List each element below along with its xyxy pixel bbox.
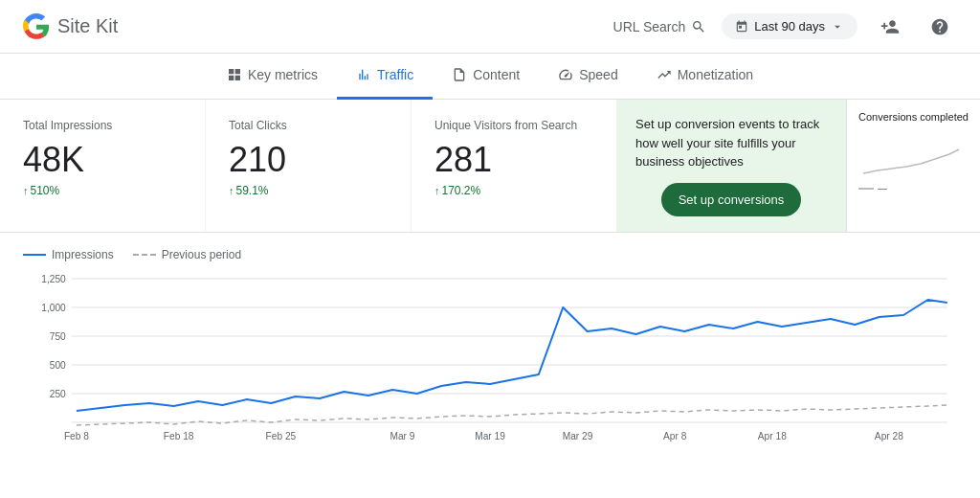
conversion-panel: Set up conversion events to track how we… (616, 100, 980, 232)
conversion-legend-label: — (878, 183, 887, 193)
chart-svg: 1,250 1,000 750 500 250 Feb 8 Feb 18 Feb… (23, 269, 957, 446)
svg-text:Mar 9: Mar 9 (390, 431, 415, 441)
tab-monetization[interactable]: Monetization (637, 54, 772, 100)
search-icon (691, 19, 706, 34)
legend-previous-label: Previous period (162, 248, 241, 261)
chart-section: Impressions Previous period 1,250 1,000 … (0, 233, 980, 454)
legend-impressions-line (23, 254, 46, 256)
main-chart: 1,250 1,000 750 500 250 Feb 8 Feb 18 Feb… (23, 269, 957, 446)
metric-visitors-change: 170.2% (434, 184, 593, 197)
nav-tabs: Key metrics Traffic Content Speed Moneti… (0, 54, 980, 100)
svg-text:Mar 19: Mar 19 (475, 431, 505, 441)
google-g-icon (23, 13, 50, 40)
metric-impressions-change: 510% (23, 184, 182, 197)
svg-text:Apr 28: Apr 28 (875, 431, 903, 441)
conversion-legend-line (858, 188, 874, 190)
set-up-conversions-button[interactable]: Set up conversions (661, 183, 802, 216)
metric-visitors-value: 281 (434, 140, 593, 180)
tab-monetization-label: Monetization (678, 67, 753, 82)
trending-up-icon (657, 67, 672, 82)
tab-speed-label: Speed (579, 67, 617, 82)
legend-impressions-label: Impressions (52, 248, 114, 261)
date-range-picker[interactable]: Last 90 days (722, 13, 858, 39)
tab-key-metrics[interactable]: Key metrics (208, 54, 337, 100)
metric-visitors-label: Unique Visitors from Search (434, 119, 593, 132)
legend-previous-line (133, 254, 156, 256)
date-range-label: Last 90 days (754, 19, 825, 34)
svg-text:Apr 8: Apr 8 (663, 431, 687, 441)
tab-speed[interactable]: Speed (539, 54, 636, 100)
help-icon (930, 17, 949, 36)
speed-icon (558, 67, 573, 82)
bar-chart-icon (356, 67, 371, 82)
document-icon (452, 67, 467, 82)
chart-legend: Impressions Previous period (23, 248, 957, 261)
conversion-cta-text: Set up conversion events to track how we… (635, 115, 827, 171)
grid-icon (227, 67, 242, 82)
svg-text:750: 750 (50, 331, 66, 342)
tab-key-metrics-label: Key metrics (248, 67, 318, 82)
conversion-cta: Set up conversion events to track how we… (616, 100, 846, 232)
metrics-section: Total Impressions 48K 510% Total Clicks … (0, 100, 980, 233)
tab-traffic[interactable]: Traffic (337, 54, 433, 100)
tab-traffic-label: Traffic (377, 67, 413, 82)
svg-text:250: 250 (50, 389, 66, 399)
header-actions: URL Search Last 90 days (613, 10, 957, 44)
svg-text:1,000: 1,000 (41, 303, 66, 313)
chevron-down-icon (831, 20, 844, 34)
metric-clicks-change: 59.1% (229, 184, 388, 197)
svg-text:Feb 18: Feb 18 (164, 431, 194, 441)
svg-text:Apr 18: Apr 18 (758, 431, 787, 441)
svg-text:Feb 8: Feb 8 (64, 431, 89, 441)
help-button[interactable] (923, 10, 957, 44)
metrics-cards: Total Impressions 48K 510% Total Clicks … (0, 100, 616, 232)
tab-content-label: Content (473, 67, 520, 82)
url-search-button[interactable]: URL Search (613, 19, 707, 34)
metric-clicks-label: Total Clicks (229, 119, 388, 132)
conversion-sparkline (858, 130, 964, 183)
tab-content[interactable]: Content (433, 54, 539, 100)
app-header: Site Kit URL Search Last 90 days (0, 0, 980, 54)
svg-text:500: 500 (50, 360, 66, 371)
calendar-icon (735, 20, 748, 34)
metric-total-clicks: Total Clicks 210 59.1% (206, 100, 412, 232)
app-title: Site Kit (57, 15, 118, 37)
add-user-button[interactable] (873, 10, 907, 44)
conversion-mini-chart: Conversions completed — (846, 100, 980, 232)
metric-clicks-value: 210 (229, 140, 388, 180)
metric-unique-visitors: Unique Visitors from Search 281 170.2% (412, 100, 616, 232)
conversion-legend: — (858, 183, 969, 193)
legend-previous: Previous period (133, 248, 241, 261)
person-add-icon (880, 17, 900, 36)
metric-total-impressions: Total Impressions 48K 510% (0, 100, 206, 232)
conversion-mini-title: Conversions completed (858, 111, 969, 123)
svg-text:Mar 29: Mar 29 (563, 431, 593, 441)
metric-impressions-value: 48K (23, 140, 182, 180)
legend-impressions: Impressions (23, 248, 114, 261)
svg-text:1,250: 1,250 (41, 274, 66, 284)
logo: Site Kit (23, 13, 118, 40)
svg-text:Feb 25: Feb 25 (266, 431, 297, 441)
metric-impressions-label: Total Impressions (23, 119, 182, 132)
url-search-label: URL Search (613, 19, 686, 34)
